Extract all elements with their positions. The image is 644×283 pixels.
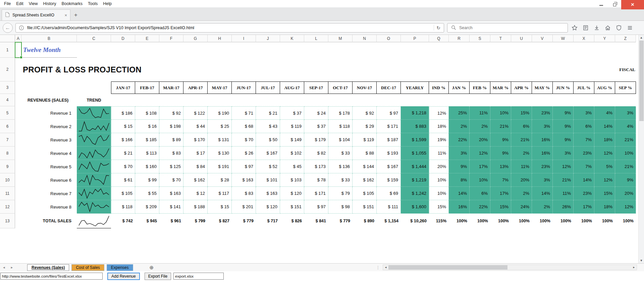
- yearly-value[interactable]: $ 883: [401, 120, 429, 133]
- ind-header[interactable]: IND %: [429, 81, 449, 94]
- column-header-Q[interactable]: Q: [429, 35, 449, 42]
- pct-value[interactable]: 17%: [470, 160, 490, 173]
- cell-value[interactable]: $ 97: [304, 200, 328, 214]
- search-input[interactable]: [459, 25, 565, 30]
- ind-value[interactable]: 20%: [429, 160, 449, 173]
- column-header-S[interactable]: S: [470, 35, 490, 42]
- cell-value[interactable]: $ 83: [232, 187, 256, 200]
- menu-view[interactable]: View: [26, 0, 41, 7]
- pct-value[interactable]: 21%: [615, 160, 636, 173]
- column-header-D[interactable]: D: [111, 35, 135, 42]
- cell-value[interactable]: $ 33: [328, 173, 353, 187]
- new-tab-button[interactable]: +: [70, 10, 81, 19]
- cell-value[interactable]: $ 151: [280, 200, 304, 214]
- total-value[interactable]: $ 890: [353, 214, 377, 228]
- yearly-value[interactable]: $ 1,218: [401, 106, 429, 120]
- cell-value[interactable]: $ 188: [183, 200, 208, 214]
- total-value[interactable]: $ 799: [183, 214, 208, 228]
- pct-value[interactable]: 6%: [470, 187, 490, 200]
- cell-value[interactable]: $ 33: [328, 147, 353, 160]
- total-pct[interactable]: 100%: [553, 214, 574, 228]
- total-pct[interactable]: 100%: [532, 214, 553, 228]
- sheet-title-script[interactable]: Twelve Month: [21, 42, 77, 58]
- total-pct[interactable]: 100%: [511, 214, 532, 228]
- sheet-tab-expenses[interactable]: Expenses: [107, 264, 133, 271]
- horizontal-scrollbar-thumb[interactable]: [388, 265, 507, 270]
- pct-value[interactable]: 3%: [553, 147, 574, 160]
- pct-value[interactable]: 4%: [594, 106, 615, 120]
- pct-value[interactable]: 17%: [490, 187, 511, 200]
- cell-value[interactable]: $ 21: [256, 106, 280, 120]
- fiscal-label[interactable]: FISCAL: [615, 58, 636, 81]
- column-header-W[interactable]: W: [553, 35, 574, 42]
- cell-value[interactable]: $ 52: [256, 160, 280, 173]
- pct-value[interactable]: 16%: [532, 133, 553, 147]
- cell-value[interactable]: $ 61: [111, 173, 135, 187]
- menu-bookmarks[interactable]: Bookmarks: [59, 0, 85, 7]
- pct-value[interactable]: 23%: [574, 187, 594, 200]
- cell-value[interactable]: $ 50: [256, 133, 280, 147]
- cell-value[interactable]: $ 136: [328, 160, 353, 173]
- shield-icon[interactable]: [615, 24, 622, 31]
- cell-value[interactable]: $ 97: [377, 106, 401, 120]
- home-icon[interactable]: [604, 24, 611, 31]
- cell-value[interactable]: $ 144: [353, 160, 377, 173]
- pct-value[interactable]: 14%: [574, 173, 594, 187]
- cell-value[interactable]: $ 163: [256, 187, 280, 200]
- cell-value[interactable]: $ 131: [208, 133, 232, 147]
- pct-value[interactable]: 6%: [511, 120, 532, 133]
- pct-value[interactable]: 18%: [594, 133, 615, 147]
- total-ind[interactable]: 115%: [429, 214, 449, 228]
- cell-value[interactable]: $ 130: [208, 147, 232, 160]
- pct-value[interactable]: 18%: [594, 200, 615, 214]
- column-header-P[interactable]: P: [401, 35, 429, 42]
- pct-value[interactable]: 16%: [532, 147, 553, 160]
- cell-value[interactable]: $ 122: [183, 106, 208, 120]
- pct-header[interactable]: JUL %: [574, 81, 594, 94]
- column-header-N[interactable]: N: [353, 35, 377, 42]
- bookmark-star-icon[interactable]: [571, 24, 578, 31]
- pct-value[interactable]: 2%: [470, 120, 490, 133]
- back-button[interactable]: ←: [3, 23, 13, 33]
- ind-value[interactable]: 18%: [429, 120, 449, 133]
- ind-value[interactable]: 11%: [429, 147, 449, 160]
- total-value[interactable]: $ 779: [232, 214, 256, 228]
- pct-value[interactable]: 9%: [553, 120, 574, 133]
- row-header-2[interactable]: 2: [0, 58, 15, 81]
- trend-sparkline[interactable]: [77, 147, 111, 160]
- cell-value[interactable]: $ 79: [328, 187, 353, 200]
- trend-sparkline[interactable]: [77, 160, 111, 173]
- row-header-4[interactable]: 4: [0, 94, 15, 106]
- pct-value[interactable]: 11%: [470, 106, 490, 120]
- total-value[interactable]: $ 841: [304, 214, 328, 228]
- yearly-value[interactable]: $ 1,219: [401, 173, 429, 187]
- cell-value[interactable]: $ 111: [377, 200, 401, 214]
- sheet-tab-revenues-sales-[interactable]: Revenues (Sales): [27, 264, 69, 271]
- ind-value[interactable]: 10%: [429, 173, 449, 187]
- cell-value[interactable]: $ 117: [208, 187, 232, 200]
- pct-value[interactable]: 12%: [470, 147, 490, 160]
- pct-header[interactable]: SEP %: [615, 81, 636, 94]
- cell-value[interactable]: $ 68: [232, 120, 256, 133]
- total-pct[interactable]: 100%: [594, 214, 615, 228]
- pct-value[interactable]: 10%: [490, 106, 511, 120]
- cell-value[interactable]: $ 29: [353, 120, 377, 133]
- sheet-prev-icon[interactable]: ◂: [0, 265, 8, 270]
- total-pct[interactable]: 100%: [574, 214, 594, 228]
- menu-help[interactable]: Help: [100, 0, 114, 7]
- pct-value[interactable]: 9%: [449, 160, 470, 173]
- column-header-L[interactable]: L: [304, 35, 328, 42]
- pct-value[interactable]: 21%: [511, 133, 532, 147]
- cell-value[interactable]: $ 24: [304, 106, 328, 120]
- cell-value[interactable]: $ 166: [111, 133, 135, 147]
- column-header-A[interactable]: A: [15, 35, 21, 42]
- pct-value[interactable]: 14%: [594, 120, 615, 133]
- trend-sparkline[interactable]: [77, 173, 111, 187]
- cell-value[interactable]: $ 89: [159, 133, 183, 147]
- pct-value[interactable]: 12%: [594, 147, 615, 160]
- export-filename-input[interactable]: [173, 273, 224, 280]
- pct-value[interactable]: 3%: [449, 147, 470, 160]
- add-sheet-button[interactable]: ⊕: [150, 265, 154, 271]
- cell-value[interactable]: $ 209: [135, 200, 159, 214]
- cell-value[interactable]: $ 82: [304, 147, 328, 160]
